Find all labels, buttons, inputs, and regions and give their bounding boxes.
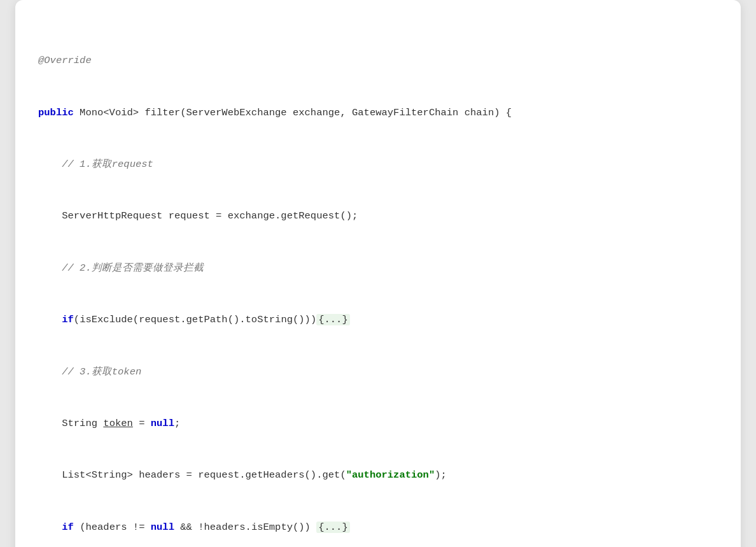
code-container: @Override public Mono<Void> filter(Serve… [15, 0, 741, 547]
line-3: // 1.获取request [38, 156, 718, 173]
line-9: List<String> headers = request.getHeader… [38, 467, 718, 484]
line-2: public Mono<Void> filter(ServerWebExchan… [38, 104, 718, 122]
code-block: @Override public Mono<Void> filter(Serve… [38, 18, 718, 547]
line-4: ServerHttpRequest request = exchange.get… [38, 208, 718, 225]
line-8: String token = null; [38, 415, 718, 432]
line-6: if(isExclude(request.getPath().toString(… [38, 311, 718, 329]
line-7: // 3.获取token [38, 364, 718, 381]
line-1: @Override [38, 52, 718, 69]
line-5: // 2.判断是否需要做登录拦截 [38, 260, 718, 277]
line-10: if (headers != null && !headers.isEmpty(… [38, 519, 718, 536]
